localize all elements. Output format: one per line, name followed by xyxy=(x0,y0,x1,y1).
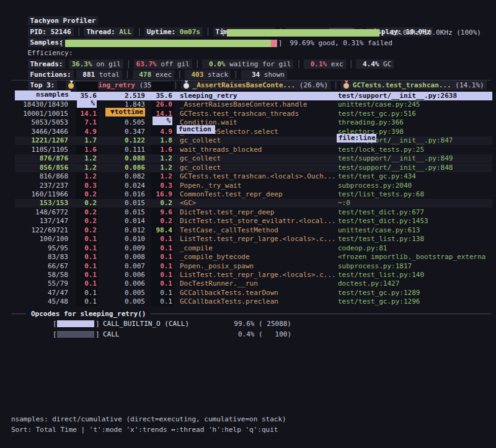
table-row[interactable]: 58/580.10.0060.1ListTest.test_repr_large… xyxy=(15,271,492,279)
cell-nsamples: 876/876 xyxy=(15,154,68,163)
dash-line xyxy=(11,314,26,314)
selection-arrow-icon xyxy=(8,235,14,244)
table-row[interactable]: 83/830.10.0080.1_compile_bytecode<frozen… xyxy=(15,253,492,261)
table-row[interactable]: 55/790.10.0060.1DocTestRunner.__rundocte… xyxy=(15,279,492,288)
table-row[interactable]: 137/1470.20.0140.2DictTest.test_store_ev… xyxy=(15,217,492,226)
cell-pct-cumulative: 1.2 xyxy=(153,172,172,181)
cell-pct-direct: 1.2 xyxy=(77,164,97,172)
cell-pct-direct: 0.1 xyxy=(77,244,97,253)
cell-file-line: test/test_list.py:138 xyxy=(338,235,492,244)
column-header-function[interactable]: function xyxy=(177,125,215,134)
cell-pct-cumulative: 1.2 xyxy=(153,154,172,163)
column-header-pct-cumulative[interactable]: % xyxy=(153,116,172,125)
cell-pct-cumulative: 16.9 xyxy=(153,190,172,199)
selection-arrow-icon xyxy=(8,164,14,172)
cell-tottime: 0.010 xyxy=(98,235,145,244)
cell-pct-cumulative: 0.1 xyxy=(153,289,172,297)
table-row[interactable]: 45/480.10.0050.1GCCallbackTests.preclean… xyxy=(15,297,492,306)
cell-file-line: test/support/__init__.py:848 xyxy=(338,164,492,172)
samples-line: Samples:71038 total (10000.4/s) []10.0KH… xyxy=(11,27,492,37)
table-row[interactable]: 100/1000.10.0100.1ListTest.test_repr_lar… xyxy=(15,235,492,244)
table-row[interactable]: 66/670.10.0070.1Popen._posix_spawnsubpro… xyxy=(15,262,492,271)
cell-tottime: 0.082 xyxy=(98,172,145,181)
table-row[interactable]: 153/1530.20.0150.2<GC>~:0 xyxy=(15,199,492,208)
samples-rate-bar xyxy=(227,29,379,37)
cell-function: _AssertRaisesBaseContext.handle xyxy=(180,100,337,109)
table-row[interactable]: 148/67720.20.0159.6DictTest.test_repr_de… xyxy=(15,208,492,217)
functions-line: Functions: 881 total│ 478 exec│ 403 stac… xyxy=(11,59,492,69)
cell-file-line: test/support/__init__.py:2638 xyxy=(338,92,492,100)
cell-pct-direct: 0.1 xyxy=(77,289,97,297)
cell-pct-cumulative: 0.1 xyxy=(153,271,172,279)
opcode-name: CALL xyxy=(103,330,120,339)
cell-function: GCTests.test_trashcan.<locals>.Ouch... xyxy=(180,172,337,181)
cell-function: GCCallbackTests.preclean xyxy=(180,297,337,306)
column-header-pct-direct[interactable]: % xyxy=(77,99,97,108)
cell-nsamples: 66/67 xyxy=(15,262,68,271)
cell-file-line: threading.py:366 xyxy=(338,118,492,127)
cell-pct-cumulative: 0.1 xyxy=(153,253,172,261)
cell-function: Popen._try_wait xyxy=(180,182,337,190)
terminal-window: Tachyon Profiler PID: 52146│Thread: ALL│… xyxy=(0,0,496,448)
table-row[interactable]: 816/8681.20.0821.2GCTests.test_trashcan.… xyxy=(15,172,492,181)
efficiency-bar xyxy=(65,40,277,47)
cell-pct-cumulative: 0.1 xyxy=(153,297,172,306)
efficiency-line: Efficiency: []99.69% good, 0.31% failed xyxy=(11,37,492,48)
table-row[interactable]: 876/8761.20.0881.2gc_collecttest/support… xyxy=(15,154,492,163)
cell-pct-direct: 0.1 xyxy=(77,262,97,271)
cell-pct-direct: 0.1 xyxy=(77,279,97,288)
column-header-file-line[interactable]: file:line xyxy=(337,134,376,143)
cell-pct-cumulative: 0.1 xyxy=(153,244,172,253)
cell-function: _compile xyxy=(180,244,337,253)
cell-file-line: test/list_tests.py:68 xyxy=(338,190,492,199)
opcode-row: []CALL0.4% ( 100) xyxy=(11,330,492,339)
cell-pct-cumulative: 4.9 xyxy=(153,128,172,136)
function-table: nsamples % ▼tottime % function file:line… xyxy=(0,82,496,307)
table-row[interactable]: 1105/11051.60.1111.6wait_threads_blocked… xyxy=(15,146,492,154)
table-row[interactable]: 5053/50537.10.5057.1Condition.waitthread… xyxy=(15,118,492,127)
column-header-tottime-sorted[interactable]: ▼tottime xyxy=(105,108,145,116)
cell-file-line: doctest.py:1427 xyxy=(338,279,492,288)
column-header-nsamples[interactable]: nsamples xyxy=(15,90,71,99)
table-row[interactable]: 1221/12671.70.1221.8gc_collecttest/suppo… xyxy=(15,136,492,145)
cell-tottime: 2.519 xyxy=(98,92,145,100)
cell-nsamples: 47/47 xyxy=(15,289,68,297)
horizontal-rule xyxy=(11,80,491,81)
bar-open-bracket: [ xyxy=(60,38,64,48)
cell-function: ListTest.test_repr_large.<locals>.c... xyxy=(180,271,337,279)
cell-file-line: test/test_gc.py:1296 xyxy=(338,297,492,306)
opcodes-title: Opcodes for sleeping_retry() xyxy=(31,310,146,318)
table-row[interactable]: 95/950.10.0090.1_compilecodeop.py:81 xyxy=(15,244,492,253)
table-row[interactable]: 160/119660.20.01616.9CommonTest.test_rep… xyxy=(15,190,492,199)
cell-pct-direct: 14.1 xyxy=(77,110,97,118)
selection-arrow-icon xyxy=(8,253,14,261)
cell-file-line: <frozen importlib._bootstrap_externa xyxy=(338,253,492,261)
cell-pct-direct: 1.2 xyxy=(77,154,97,163)
footer-help-line1: nsamples: direct/cumulative (direct=exec… xyxy=(11,415,492,424)
cell-function: DocTestRunner.__run xyxy=(180,279,337,288)
cell-tottime: 0.016 xyxy=(98,190,145,199)
cell-nsamples: 816/868 xyxy=(15,172,68,181)
table-row[interactable]: 237/2370.30.0240.3Popen._try_waitsubproc… xyxy=(15,182,492,190)
cell-tottime: 0.008 xyxy=(98,253,145,261)
selection-arrow-icon xyxy=(8,190,14,199)
cell-file-line: test/test_dict.py:677 xyxy=(338,208,492,217)
selection-arrow-icon xyxy=(8,199,14,208)
table-row[interactable]: 3466/34664.90.3474.9_PollLikeSelector.se… xyxy=(15,128,492,136)
cell-nsamples: 160/11966 xyxy=(15,190,68,199)
cell-function: TestCase._callTestMethod xyxy=(180,226,337,235)
cell-pct-direct: 0.1 xyxy=(77,235,97,244)
bar-close-bracket: ] xyxy=(278,38,283,48)
selection-arrow-icon xyxy=(8,244,14,253)
table-row[interactable]: 122/697210.20.01298.4TestCase._callTestM… xyxy=(15,226,492,235)
cell-file-line: test/test_dict.py:1453 xyxy=(338,217,492,226)
cell-file-line: unittest/case.py:613 xyxy=(338,226,492,235)
footer-help-line2: Sort: Total Time | 't':mode 'x':trends ↔… xyxy=(11,425,492,435)
table-row[interactable]: 47/470.10.0050.1GCCallbackTests.tearDown… xyxy=(15,289,492,297)
cell-nsamples: 83/83 xyxy=(15,253,68,261)
cell-file-line: unittest/case.py:245 xyxy=(338,100,492,109)
cell-pct-direct: 1.6 xyxy=(77,146,97,154)
table-row[interactable]: 856/8561.20.0861.2gc_collecttest/support… xyxy=(15,164,492,172)
table-row[interactable]: 10001/1001514.11.00014.1GCTests.test_tra… xyxy=(15,110,492,118)
cell-pct-cumulative: 1.8 xyxy=(153,136,172,145)
